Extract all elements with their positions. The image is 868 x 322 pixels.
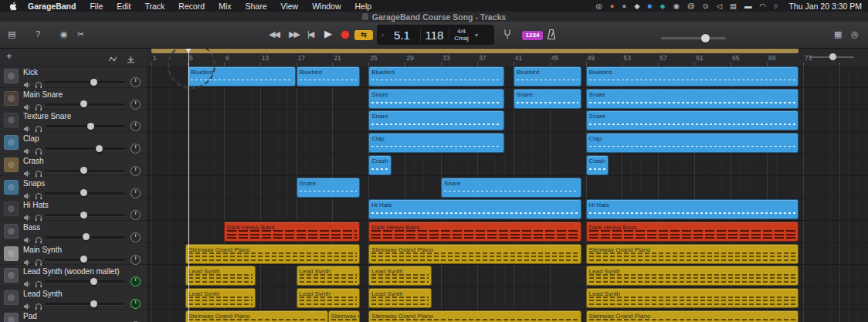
region-lead-synth[interactable]: Lead Synth <box>297 266 360 286</box>
region-crash[interactable]: Crash <box>368 155 391 175</box>
region-snare[interactable]: Snare <box>368 110 504 130</box>
menu-item-record[interactable]: Record <box>171 2 212 11</box>
region-steinway-grand-piano[interactable]: Steinway Grand Piano <box>185 310 328 322</box>
ruler[interactable]: 15913172125293337414549535761656973 <box>147 48 868 66</box>
pan-knob[interactable] <box>131 144 141 154</box>
menu-item-view[interactable]: View <box>274 2 306 11</box>
region-snare[interactable]: Snare <box>368 89 504 109</box>
region-steinway-grand-piano[interactable]: Steinway Grand Piano <box>586 310 798 322</box>
menu-item-share[interactable]: Share <box>239 2 274 11</box>
cycle-button[interactable]: ⇆ <box>354 30 373 40</box>
menubar-clock[interactable]: Thu Jan 20 3:30 PM <box>782 2 862 11</box>
region-snare[interactable]: Snare <box>441 178 581 198</box>
lcd-signature-key[interactable]: 4/4 Cmaj <box>449 28 474 42</box>
lcd-time-signature[interactable]: 4/4 <box>449 28 474 35</box>
pan-knob[interactable] <box>131 166 141 176</box>
volume-knob[interactable] <box>87 123 94 130</box>
pan-knob[interactable] <box>131 188 141 198</box>
menubar-glyph-ring[interactable]: ◎ <box>592 2 606 10</box>
volume-slider[interactable] <box>45 236 125 239</box>
menubar-at-icon[interactable]: @ <box>683 2 699 10</box>
region-bluebird[interactable]: Bluebird <box>586 66 798 86</box>
region-lead-synth[interactable]: Lead Synth <box>368 288 432 308</box>
track-header-main-synth[interactable]: Main Synth <box>0 243 147 266</box>
master-volume-slider[interactable] <box>661 37 726 39</box>
track-header-texture-snare[interactable]: Texture Snare <box>0 110 147 132</box>
apple-menu-icon[interactable] <box>9 2 18 11</box>
region-lead-synth[interactable]: Lead Synth <box>586 288 798 308</box>
menubar-glyph-dark-dot[interactable]: ● <box>619 2 631 10</box>
track-header-snaps[interactable]: Snaps <box>0 177 147 199</box>
volume-knob[interactable] <box>83 233 90 240</box>
pan-knob[interactable] <box>131 232 141 242</box>
fast-forward-button[interactable]: ▶▶ <box>289 29 299 40</box>
automation-button[interactable] <box>108 53 117 66</box>
region-bluebird[interactable]: Bluebird <box>368 66 504 86</box>
region-hi-hats[interactable]: Hi Hats <box>368 199 581 219</box>
menubar-wifi-icon[interactable]: ◠ <box>755 2 769 10</box>
playhead[interactable] <box>188 48 189 322</box>
editors-button[interactable]: ✂ <box>77 29 84 40</box>
volume-slider[interactable] <box>45 280 125 283</box>
pan-knob[interactable] <box>131 255 141 265</box>
lcd-tempo[interactable]: 118 <box>421 29 449 42</box>
region-dark-heavy-bass[interactable]: Dark Heavy Bass <box>586 222 798 242</box>
track-header-lead-synth[interactable]: Lead Synth <box>0 287 147 310</box>
region-snare[interactable]: Snare <box>297 178 360 198</box>
track-header-hi-hats[interactable]: Hi Hats <box>0 198 147 221</box>
menubar-search-icon[interactable]: ○ <box>770 2 782 10</box>
region-clap[interactable]: Clap <box>586 133 798 153</box>
region-lead-synth[interactable]: Lead Synth <box>586 266 798 286</box>
menubar-glyph-teal-diamond[interactable]: ◈ <box>656 2 669 10</box>
volume-knob[interactable] <box>90 300 97 307</box>
catch-playhead-button[interactable] <box>127 53 135 66</box>
region-steinway-grand-piano[interactable]: Steinway Grand Piano <box>328 310 360 322</box>
region-snare[interactable]: Snare <box>586 110 798 130</box>
zoom-knob[interactable] <box>829 53 836 60</box>
region-snare[interactable]: Snare <box>586 89 798 109</box>
menu-item-garageband[interactable]: GarageBand <box>21 2 83 11</box>
menubar-volume-icon[interactable]: ◁ <box>713 2 726 10</box>
menubar-battery-icon[interactable]: ▬ <box>741 2 756 10</box>
track-header-kick[interactable]: Kick <box>0 66 147 88</box>
record-button[interactable] <box>341 30 350 39</box>
play-button[interactable]: ▶ <box>324 28 332 39</box>
menu-item-track[interactable]: Track <box>137 2 171 11</box>
volume-knob[interactable] <box>96 145 103 152</box>
menu-item-help[interactable]: Help <box>348 2 379 11</box>
track-header-clap[interactable]: Clap <box>0 132 147 154</box>
region-clap[interactable]: Clap <box>368 133 504 153</box>
pan-knob[interactable] <box>131 121 141 131</box>
menubar-glyph-dot-circle[interactable]: ⊙ <box>699 2 713 10</box>
metronome-button[interactable] <box>547 29 556 43</box>
menubar-keyboard-icon[interactable]: ▤ <box>726 2 741 10</box>
lcd-display[interactable]: ♪ 5.1 118 4/4 Cmaj ▼ <box>377 25 494 45</box>
volume-knob[interactable] <box>80 256 87 263</box>
zoom-slider[interactable] <box>809 56 854 58</box>
cycle-region[interactable] <box>151 48 798 53</box>
region-dark-heavy-bass[interactable]: Dark Heavy Bass <box>368 222 581 242</box>
menu-item-window[interactable]: Window <box>305 2 348 11</box>
volume-knob[interactable] <box>90 79 97 86</box>
volume-slider[interactable] <box>45 125 125 127</box>
region-lead-synth[interactable]: Lead Synth <box>185 266 256 286</box>
region-bluebird[interactable]: Bluebird <box>297 66 360 86</box>
go-to-beginning-button[interactable]: |◀ <box>307 29 313 40</box>
track-header-pad[interactable]: Pad <box>0 310 147 322</box>
volume-slider[interactable] <box>45 103 125 106</box>
master-volume-knob[interactable] <box>701 34 710 42</box>
lcd-key[interactable]: Cmaj <box>449 35 474 42</box>
lcd-position[interactable]: 5.1 <box>385 29 420 42</box>
region-bluebird[interactable]: Bluebird <box>514 66 581 86</box>
volume-slider[interactable] <box>45 259 125 261</box>
volume-knob[interactable] <box>80 189 87 196</box>
volume-slider[interactable] <box>45 214 125 216</box>
region-snare[interactable]: Snare <box>514 89 581 109</box>
region-lead-synth[interactable]: Lead Synth <box>368 266 432 286</box>
track-header-main-snare[interactable]: Main Snare <box>0 88 147 110</box>
menu-item-mix[interactable]: Mix <box>212 2 238 11</box>
volume-slider[interactable] <box>45 303 125 305</box>
tuner-button[interactable] <box>504 29 511 43</box>
region-steinway-grand-piano[interactable]: Steinway Grand Piano <box>368 244 581 264</box>
pan-knob[interactable] <box>131 77 141 87</box>
